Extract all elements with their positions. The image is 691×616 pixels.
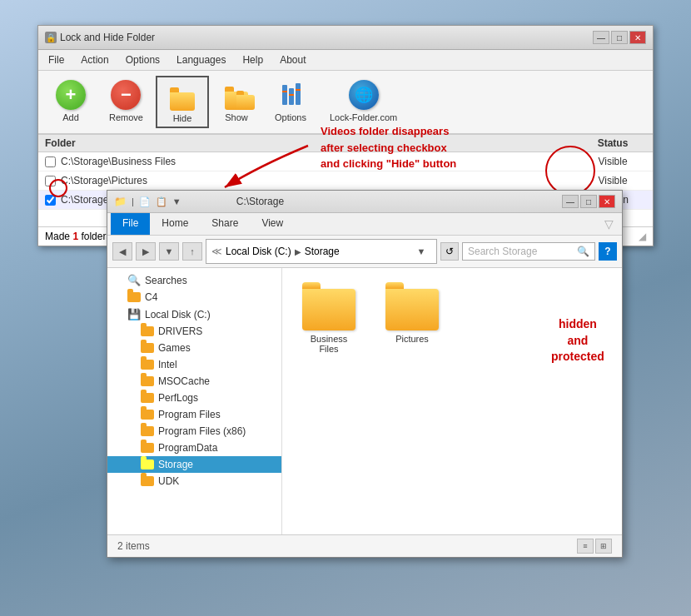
- help-button[interactable]: ?: [599, 242, 617, 261]
- nav-item-searches[interactable]: 🔍 Searches: [107, 271, 281, 289]
- menu-about[interactable]: About: [276, 52, 309, 67]
- drive-icon: 💾: [127, 308, 141, 320]
- folder-column-header: Folder: [45, 137, 579, 149]
- intel-folder-icon: [141, 360, 154, 370]
- explorer-status-bar: 2 items ≡ ⊞: [107, 534, 622, 557]
- back-button[interactable]: ◀: [112, 242, 132, 261]
- explorer-window: 📁 | 📄 📋 ▼ C:\Storage — □ ✕ File Home Sha…: [107, 190, 623, 558]
- explorer-minimize-button[interactable]: —: [562, 195, 579, 208]
- explorer-title-text: | 📄 📋 ▼: [132, 196, 181, 207]
- programdata-folder-icon: [141, 443, 154, 453]
- status-column-header: Status: [579, 137, 646, 149]
- row-2-path: C:\Storage\Pictures: [61, 175, 579, 186]
- search-placeholder: Search Storage: [468, 246, 537, 257]
- row-1-path: C:\Storage\Business Files: [61, 156, 579, 167]
- explorer-title-bar: 📁 | 📄 📋 ▼ C:\Storage — □ ✕: [107, 191, 622, 213]
- pictures-label: Pictures: [395, 334, 429, 344]
- show-icon: [221, 80, 251, 110]
- row-1-status: Visible: [579, 156, 646, 167]
- svg-rect-0: [282, 85, 287, 105]
- nav-item-program-files[interactable]: Program Files: [107, 406, 281, 423]
- tab-home[interactable]: Home: [150, 213, 200, 235]
- toolbar: + Add − Remove Hide: [38, 71, 653, 135]
- table-row: C:\Storage\Business Files Visible: [38, 152, 653, 171]
- maximize-button[interactable]: □: [611, 31, 628, 44]
- item-count: 2 items: [117, 540, 150, 552]
- show-label: Show: [225, 112, 248, 122]
- program-files-folder-icon: [141, 410, 154, 420]
- remove-button[interactable]: − Remove: [98, 76, 154, 128]
- folder-pictures[interactable]: Pictures: [379, 281, 445, 361]
- recent-button[interactable]: ▼: [159, 242, 179, 261]
- menu-help[interactable]: Help: [239, 52, 266, 67]
- udk-folder-icon: [141, 476, 154, 486]
- search-nav-icon: 🔍: [127, 274, 141, 286]
- program-files-x86-folder-icon: [141, 426, 154, 436]
- options-icon: [276, 80, 306, 110]
- business-files-label: Business Files: [303, 334, 355, 354]
- business-files-folder-icon: [302, 289, 355, 330]
- address-dropdown-button[interactable]: ▼: [411, 242, 431, 261]
- nav-item-c4[interactable]: C4: [107, 289, 281, 306]
- tab-view[interactable]: View: [250, 213, 295, 235]
- svg-rect-1: [289, 88, 294, 105]
- add-label: Add: [62, 112, 79, 122]
- website-button[interactable]: 🌐 Lock-Folder.com: [319, 76, 408, 128]
- row-2-status: Visible: [579, 175, 646, 186]
- status-count: 1: [72, 231, 78, 242]
- svg-rect-2: [296, 83, 301, 105]
- nav-item-program-files-x86[interactable]: Program Files (x86): [107, 423, 281, 440]
- row-1-checkbox[interactable]: [45, 156, 56, 167]
- explorer-title-name: C:\Storage: [236, 196, 284, 207]
- nav-item-programdata[interactable]: ProgramData: [107, 440, 281, 456]
- explorer-maximize-button[interactable]: □: [580, 195, 597, 208]
- explorer-title-left: 📁 | 📄 📋 ▼ C:\Storage: [114, 196, 284, 207]
- status-made: Made: [45, 231, 70, 242]
- nav-item-perflogs[interactable]: PerfLogs: [107, 390, 281, 406]
- address-chevron: ▶: [295, 247, 301, 256]
- explorer-close-button[interactable]: ✕: [599, 195, 615, 208]
- app-icon: 🔒: [45, 32, 57, 43]
- nav-item-local-disk[interactable]: 💾 Local Disk (C:): [107, 306, 281, 323]
- details-view-button[interactable]: ≡: [577, 539, 594, 554]
- games-folder-icon: [141, 343, 154, 353]
- menu-languages[interactable]: Languages: [173, 52, 229, 67]
- row-3-checkbox[interactable]: [45, 195, 56, 206]
- pictures-folder-icon: [385, 289, 439, 330]
- icons-view-button[interactable]: ⊞: [595, 539, 612, 554]
- tab-file[interactable]: File: [111, 213, 150, 235]
- folder-business-files[interactable]: Business Files: [296, 281, 362, 361]
- menu-file[interactable]: File: [45, 52, 67, 67]
- nav-item-udk[interactable]: UDK: [107, 473, 281, 489]
- explorer-body: 🔍 Searches C4 💾 Local Disk (C:) DRIVERS …: [107, 268, 622, 534]
- address-storage: Storage: [305, 246, 340, 257]
- website-label: Lock-Folder.com: [330, 112, 397, 122]
- forward-button[interactable]: ▶: [136, 242, 156, 261]
- add-button[interactable]: + Add: [45, 76, 97, 128]
- title-bar-left: 🔒 Lock and Hide Folder: [45, 32, 155, 43]
- menu-options[interactable]: Options: [122, 52, 163, 67]
- options-button[interactable]: Options: [264, 76, 317, 128]
- up-button[interactable]: ↑: [182, 242, 202, 261]
- tab-share[interactable]: Share: [200, 213, 250, 235]
- minimize-button[interactable]: —: [593, 31, 609, 44]
- ribbon-expand-icon: ▽: [599, 213, 619, 235]
- nav-item-storage[interactable]: Storage: [107, 456, 281, 473]
- menu-action[interactable]: Action: [77, 52, 112, 67]
- hide-button[interactable]: Hide: [156, 76, 209, 128]
- title-controls: — □ ✕: [593, 31, 646, 44]
- address-path-box[interactable]: ≪ Local Disk (C:) ▶ Storage ▼: [206, 239, 437, 264]
- close-button[interactable]: ✕: [629, 31, 646, 44]
- nav-item-drivers[interactable]: DRIVERS: [107, 323, 281, 340]
- row-2-checkbox[interactable]: [45, 176, 56, 186]
- options-label: Options: [275, 112, 306, 122]
- nav-item-games[interactable]: Games: [107, 340, 281, 356]
- nav-item-msocache[interactable]: MSOCache: [107, 373, 281, 390]
- show-button[interactable]: Show: [211, 76, 262, 128]
- main-panel: Business Files Pictures: [282, 268, 622, 534]
- drivers-folder-icon: [141, 326, 154, 336]
- nav-item-intel[interactable]: Intel: [107, 356, 281, 373]
- refresh-button[interactable]: ↺: [440, 242, 459, 261]
- hide-icon: [167, 81, 197, 111]
- search-box[interactable]: Search Storage 🔍: [462, 242, 595, 261]
